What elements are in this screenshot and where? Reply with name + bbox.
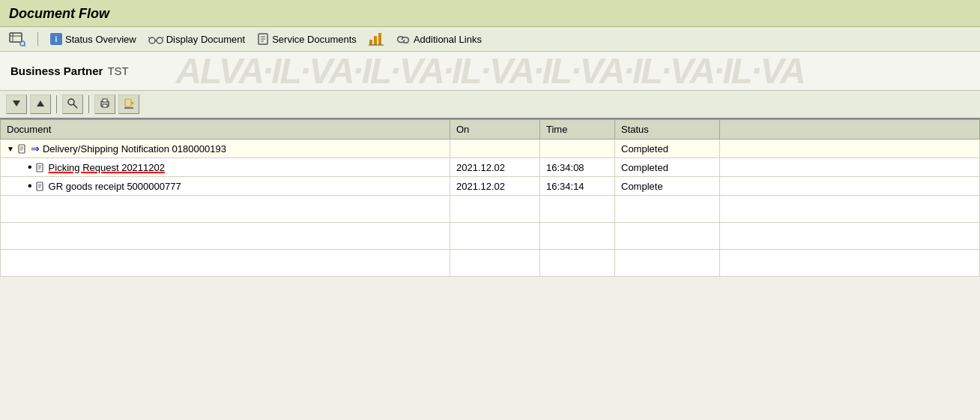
document-flow-table: Document On Time Status ▼: [0, 119, 980, 277]
title-bar: Document Flow: [0, 0, 980, 27]
btn-find[interactable]: [62, 94, 83, 114]
col-header-status: Status: [615, 120, 720, 140]
svg-marker-27: [131, 102, 134, 105]
toolbar-chart[interactable]: [369, 32, 384, 46]
doc-status-2: Completed: [615, 158, 720, 177]
doc-status-3: Complete: [615, 177, 720, 196]
find-icon: [67, 98, 78, 111]
svg-rect-24: [103, 104, 107, 107]
svg-rect-16: [378, 33, 381, 45]
btn-export[interactable]: [118, 94, 139, 114]
svg-point-3: [20, 41, 25, 46]
svg-rect-23: [103, 99, 107, 102]
arrow-right-icon: ⇒: [31, 142, 40, 154]
export-icon: [124, 98, 134, 111]
svg-line-8: [148, 37, 149, 38]
svg-rect-0: [10, 33, 22, 42]
document-icon-2: [35, 161, 46, 173]
toolbar-search-zoom[interactable]: [9, 32, 25, 46]
print-icon: [100, 98, 110, 111]
doc-cell-2[interactable]: • Picking Request 20211202: [1, 158, 450, 177]
doc-link-1[interactable]: Delivery/Shipping Notification 018000019…: [43, 143, 226, 154]
bp-header: ALVA·IL·VA·IL·VA·IL·VA·IL·VA·IL·VA·IL·VA…: [0, 52, 980, 91]
svg-point-5: [149, 38, 155, 44]
svg-point-20: [68, 99, 74, 105]
col-header-on: On: [450, 120, 540, 140]
svg-line-9: [163, 37, 163, 38]
toolbar: i Status Overview Display Document: [0, 27, 980, 52]
bullet-icon-3: •: [28, 180, 32, 192]
toolbar-service-documents[interactable]: Service Documents: [257, 33, 357, 46]
bullet-icon-2: •: [28, 161, 32, 173]
bp-id: TST: [107, 64, 128, 77]
action-buttons-bar: [0, 91, 980, 119]
expand-down-icon: [11, 98, 22, 111]
page-title: Document Flow: [9, 6, 971, 22]
doc-time-2: 16:34:08: [540, 158, 615, 177]
svg-rect-32: [37, 164, 43, 172]
status-overview-label: Status Overview: [65, 34, 136, 45]
service-icon: [257, 33, 269, 46]
expand-arrow-icon[interactable]: ▼: [7, 145, 14, 153]
toolbar-separator-1: [37, 32, 38, 46]
doc-on-2: 2021.12.02: [450, 158, 540, 177]
action-separator-1: [56, 95, 57, 113]
svg-rect-36: [37, 182, 43, 190]
svg-point-6: [157, 38, 163, 44]
table-row: • GR goods receipt 5000000777 2021.1: [1, 177, 980, 196]
col-header-time: Time: [540, 120, 615, 140]
doc-link-3[interactable]: GR goods receipt 5000000777: [49, 181, 181, 192]
doc-extra-1: [720, 140, 980, 158]
btn-print[interactable]: [94, 94, 115, 114]
chart-icon: [369, 32, 384, 46]
empty-row-2: [1, 223, 980, 250]
doc-extra-2: [720, 158, 980, 177]
links-icon: [396, 33, 411, 45]
toolbar-additional-links[interactable]: Additional Links: [396, 33, 482, 45]
expand-up-icon: [35, 98, 46, 111]
doc-extra-3: [720, 177, 980, 196]
watermark-bg: ALVA·IL·VA·IL·VA·IL·VA·IL·VA·IL·VA·IL·VA: [0, 52, 980, 90]
service-documents-label: Service Documents: [272, 34, 357, 45]
svg-rect-25: [125, 99, 131, 106]
svg-rect-15: [374, 36, 377, 45]
col-header-document: Document: [1, 120, 450, 140]
display-document-label: Display Document: [166, 34, 246, 45]
col-header-extra: [720, 120, 980, 140]
doc-time-3: 16:34:14: [540, 177, 615, 196]
svg-line-21: [73, 104, 77, 108]
bp-label: Business Partner: [10, 64, 103, 77]
doc-status-1: Completed: [615, 140, 720, 158]
svg-line-4: [25, 46, 26, 47]
empty-row-3: [1, 250, 980, 277]
toolbar-status-overview[interactable]: i Status Overview: [50, 33, 136, 46]
svg-rect-28: [19, 145, 25, 153]
table-row: ▼ ⇒ Delivery/Shipping Notification 01800…: [1, 140, 980, 158]
additional-links-label: Additional Links: [414, 34, 482, 45]
btn-expand-down[interactable]: [6, 94, 27, 114]
doc-cell-3[interactable]: • GR goods receipt 5000000777: [1, 177, 450, 196]
doc-time-1: [540, 140, 615, 158]
empty-row-1: [1, 196, 980, 223]
doc-cell-1[interactable]: ▼ ⇒ Delivery/Shipping Notification 01800…: [1, 140, 450, 158]
search-zoom-icon: [9, 32, 25, 46]
btn-expand-up[interactable]: [30, 94, 51, 114]
document-icon-3: [35, 180, 46, 192]
info-icon: i: [50, 33, 62, 46]
svg-marker-18: [13, 100, 20, 106]
doc-on-3: 2021.12.02: [450, 177, 540, 196]
watermark-text: ALVA·IL·VA·IL·VA·IL·VA·IL·VA·IL·VA·IL·VA: [175, 52, 804, 90]
doc-link-2[interactable]: Picking Request 20211202: [49, 162, 165, 173]
document-icon-1: [17, 142, 28, 154]
svg-rect-14: [369, 40, 372, 45]
table-header: Document On Time Status: [1, 120, 980, 140]
table-row: • Picking Request 20211202 2021.12.0: [1, 158, 980, 177]
toolbar-display-document[interactable]: Display Document: [148, 33, 246, 45]
doc-on-1: [450, 140, 540, 158]
svg-marker-19: [37, 100, 44, 106]
action-separator-2: [88, 95, 89, 113]
glasses-icon: [148, 33, 163, 45]
